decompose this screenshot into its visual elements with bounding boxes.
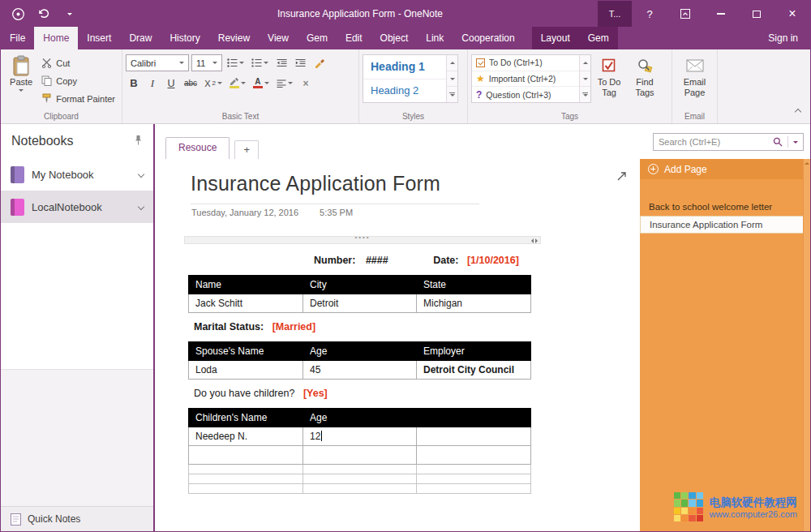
strikethrough-button[interactable]: abc (182, 75, 200, 92)
table-cell[interactable] (417, 484, 531, 494)
tag-question[interactable]: ? Question (Ctrl+3) (472, 87, 579, 102)
table-header-cell[interactable]: State (417, 276, 531, 294)
table-cell[interactable] (417, 474, 531, 484)
pages-panel-scrollbar[interactable] (803, 159, 810, 531)
font-color-button[interactable]: A (251, 75, 272, 92)
number-date-line[interactable]: Number: #### Date: [1/10/2016] (314, 255, 541, 266)
tab-layout[interactable]: Layout (532, 27, 579, 49)
table-cell[interactable] (303, 474, 417, 484)
styles-more-button[interactable] (447, 87, 457, 102)
contextual-tools-label[interactable]: T... (598, 1, 632, 27)
table-header-cell[interactable]: Age (303, 409, 417, 427)
notebook-item-my-notebook[interactable]: My Notebook (1, 158, 153, 191)
tags-scroll-down[interactable] (580, 71, 590, 88)
search-scope-chevron-icon[interactable] (793, 141, 798, 144)
tab-insert[interactable]: Insert (78, 27, 120, 49)
table-cell[interactable]: Jack Schitt (189, 294, 303, 313)
clear-formatting-button[interactable]: × (298, 75, 314, 92)
chevron-down-icon[interactable] (138, 171, 144, 178)
table-cell[interactable] (189, 465, 303, 474)
bold-button[interactable]: B (126, 75, 142, 92)
paste-button[interactable]: Paste (4, 52, 38, 111)
tab-link[interactable]: Link (417, 27, 453, 49)
font-name-combo[interactable]: Calibri (126, 54, 189, 71)
tab-draw[interactable]: Draw (120, 27, 161, 49)
maximize-button[interactable] (739, 1, 775, 27)
page-editor[interactable]: Insurance Application Form Tuesday, Janu… (155, 159, 640, 531)
todo-tag-button[interactable]: To Do Tag (591, 52, 627, 111)
add-page-button[interactable]: Add Page (640, 159, 810, 179)
table-header-cell[interactable]: Children's Name (189, 409, 303, 427)
italic-button[interactable]: I (144, 75, 161, 92)
table-cell[interactable] (189, 474, 303, 484)
tag-important[interactable]: ★ Important (Ctrl+2) (472, 71, 579, 88)
page-list-item-selected[interactable]: Insurance Application Form (640, 216, 803, 234)
numbering-button[interactable] (249, 54, 271, 71)
table-header-cell[interactable] (417, 409, 531, 427)
children-question-line[interactable]: Do you have children? [Yes] (194, 388, 541, 399)
table-cell[interactable]: 45 (303, 361, 417, 380)
table-cell[interactable] (417, 427, 531, 446)
chevron-down-icon[interactable] (138, 204, 144, 210)
table-header-cell[interactable]: Spouse's Name (189, 342, 303, 361)
table-header-cell[interactable]: Age (303, 342, 417, 361)
note-container[interactable]: Number: #### Date: [1/10/2016] Name City… (184, 236, 541, 494)
notebook-item-local-notebook[interactable]: LocalNotebook (1, 191, 153, 223)
tab-file[interactable]: File (1, 27, 34, 49)
sign-in-button[interactable]: Sign in (756, 27, 810, 49)
table-cell[interactable] (189, 446, 303, 465)
tab-view[interactable]: View (259, 27, 298, 49)
close-button[interactable]: × (775, 1, 810, 27)
styles-scroll-up[interactable] (447, 55, 457, 71)
paragraph-alignment-button[interactable] (274, 75, 295, 92)
tag-todo[interactable]: To Do (Ctrl+1) (472, 55, 579, 71)
help-button[interactable]: ? (632, 1, 667, 27)
cut-button[interactable]: Cut (38, 54, 118, 71)
marital-status-line[interactable]: Marital Status: [Married] (194, 321, 541, 332)
table-header-cell[interactable]: City (303, 276, 417, 294)
custom-format-button[interactable] (311, 54, 327, 71)
table-cell[interactable] (417, 446, 531, 465)
tab-review[interactable]: Review (209, 27, 259, 49)
tab-object[interactable]: Object (371, 27, 418, 49)
tab-gem[interactable]: Gem (298, 27, 337, 49)
table-cell[interactable]: Detroit (303, 294, 417, 313)
decrease-indent-button[interactable] (273, 54, 290, 71)
increase-indent-button[interactable] (292, 54, 308, 71)
table-cell[interactable]: 12 (303, 427, 417, 446)
find-tags-button[interactable]: Find Tags (627, 52, 663, 111)
table-cell[interactable]: Michigan (417, 294, 531, 313)
styles-scroll-down[interactable] (447, 71, 457, 88)
tab-history[interactable]: History (161, 27, 208, 49)
new-section-tab[interactable]: + (234, 140, 259, 159)
section-tab-resouce[interactable]: Resouce (165, 137, 230, 159)
table-cell[interactable] (417, 465, 531, 474)
page-date[interactable]: Tuesday, January 12, 2016 (191, 208, 298, 217)
style-heading2[interactable]: Heading 2 (363, 79, 446, 103)
underline-button[interactable]: U (163, 75, 179, 92)
copy-button[interactable]: Copy (38, 72, 118, 89)
app-icon[interactable] (7, 3, 28, 24)
table-cell[interactable] (303, 484, 417, 494)
resize-arrows-icon[interactable] (531, 238, 538, 243)
tab-cooperation[interactable]: Cooperation (453, 27, 523, 49)
page-list-item[interactable]: Back to school welcome letter (640, 198, 803, 216)
minimize-button[interactable] (703, 1, 739, 27)
subscript-button[interactable]: X2 (202, 75, 225, 92)
tab-edit[interactable]: Edit (337, 27, 371, 49)
tab-home[interactable]: Home (34, 27, 78, 49)
undo-icon[interactable] (33, 3, 54, 24)
table-header-cell[interactable]: Employer (417, 342, 531, 361)
ribbon-display-options-button[interactable] (667, 1, 703, 27)
tags-scroll-up[interactable] (580, 55, 590, 71)
table-header-cell[interactable]: Name (189, 276, 303, 294)
table-cell[interactable] (303, 446, 417, 465)
search-icon[interactable] (773, 137, 783, 147)
table-cell[interactable]: Needeep N. (189, 427, 303, 446)
format-painter-button[interactable]: Format Painter (38, 90, 118, 107)
full-page-view-icon[interactable] (616, 170, 627, 185)
bullets-button[interactable] (225, 54, 247, 71)
tab-gem-table[interactable]: Gem (579, 27, 618, 49)
table-cell[interactable] (303, 465, 417, 474)
table-cell[interactable]: Loda (189, 361, 303, 380)
